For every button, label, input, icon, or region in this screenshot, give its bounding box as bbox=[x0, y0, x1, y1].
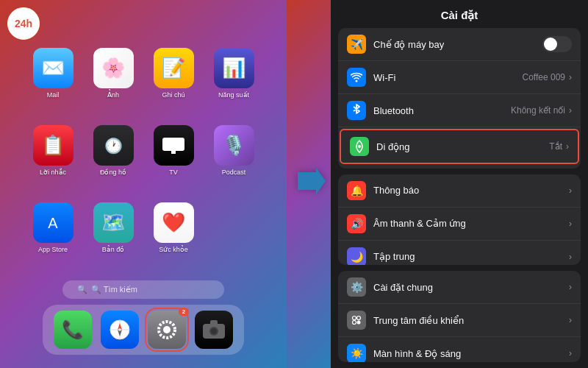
settings-item-bluetooth[interactable]: Bluetooth Không kết nối › bbox=[338, 94, 581, 127]
svg-point-9 bbox=[163, 326, 171, 333]
app-grid: ✉️ Mail 🌸 Ảnh 📝 Ghi chú 📊 Năng suất 📋 Lờ… bbox=[12, 7, 275, 277]
app-label-health: Sức khỏe bbox=[159, 246, 188, 253]
app-label-appstore: App Store bbox=[38, 246, 68, 253]
mobile-icon bbox=[350, 137, 369, 156]
app-tv[interactable]: TV bbox=[147, 125, 200, 192]
app-icon-notes: 📝 bbox=[154, 48, 194, 88]
app-icon-podcast: 🎙️ bbox=[214, 125, 254, 166]
focus-icon: 🌙 bbox=[347, 247, 366, 266]
airplane-toggle-knob bbox=[544, 38, 557, 51]
app-icon-nangsuat: 📊 bbox=[214, 48, 254, 88]
app-icon-tv bbox=[154, 125, 194, 166]
app-label-maps: Bản đồ bbox=[102, 246, 125, 253]
search-placeholder: 🔍 Tìm kiếm bbox=[91, 285, 137, 294]
app-health[interactable]: ❤️ Sức khỏe bbox=[147, 202, 200, 269]
bluetooth-icon bbox=[347, 101, 366, 120]
dock-phone[interactable]: 📞 bbox=[54, 311, 92, 349]
settings-item-wifi[interactable]: Wi-Fi Coffee 009 › bbox=[338, 61, 581, 94]
app-label-notes: Ghi chú bbox=[162, 91, 184, 99]
app-label-podcast: Podcast bbox=[222, 169, 246, 176]
general-chevron: › bbox=[569, 282, 572, 292]
sound-chevron: › bbox=[569, 219, 572, 229]
settings-panel: Cài đặt ✈️ Chế độ máy bay Wi-Fi Co bbox=[331, 0, 588, 368]
settings-item-mobile[interactable]: Di động Tắt › bbox=[340, 129, 579, 164]
svg-rect-1 bbox=[171, 151, 176, 154]
dock-camera[interactable] bbox=[195, 311, 233, 349]
wifi-value: Coffee 009 bbox=[523, 72, 566, 82]
app-icon-maps: 🗺️ bbox=[93, 202, 134, 243]
app-mail[interactable]: ✉️ Mail bbox=[26, 48, 79, 115]
general-icon: ⚙️ bbox=[347, 277, 366, 297]
airplane-label: Chế độ máy bay bbox=[373, 39, 539, 50]
display-chevron: › bbox=[569, 348, 572, 358]
airplane-toggle[interactable] bbox=[542, 36, 572, 52]
display-label: Màn hình & Độ sáng bbox=[373, 348, 569, 359]
notifications-label: Thông báo bbox=[373, 185, 569, 196]
app-empty bbox=[207, 202, 260, 269]
svg-rect-12 bbox=[210, 320, 218, 325]
notifications-chevron: › bbox=[569, 185, 572, 196]
settings-title: Cài đặt bbox=[331, 0, 588, 28]
app-podcast[interactable]: 🎙️ Podcast bbox=[207, 125, 260, 192]
search-icon: 🔍 bbox=[77, 285, 87, 294]
display-icon: ☀️ bbox=[347, 344, 366, 362]
app-maps[interactable]: 🗺️ Bản đồ bbox=[87, 202, 140, 269]
settings-item-notifications[interactable]: 🔔 Thông báo › bbox=[338, 174, 581, 208]
app-icon-health: ❤️ bbox=[154, 202, 194, 243]
direction-arrow bbox=[290, 166, 327, 202]
mobile-value: Tắt bbox=[549, 141, 562, 152]
general-label: Cài đặt chung bbox=[373, 282, 569, 293]
airplane-icon: ✈️ bbox=[347, 35, 366, 54]
svg-point-20 bbox=[353, 316, 356, 320]
controlcenter-label: Trung tâm điều khiển bbox=[373, 315, 569, 326]
bluetooth-chevron: › bbox=[569, 105, 572, 116]
svg-marker-15 bbox=[298, 168, 326, 194]
svg-point-23 bbox=[357, 321, 361, 325]
settings-item-general[interactable]: ⚙️ Cài đặt chung › bbox=[338, 271, 581, 304]
app-label-clock: Đồng hồ bbox=[100, 169, 126, 176]
app-reminders[interactable]: 📋 Lời nhắc bbox=[26, 125, 79, 192]
app-icon-mail: ✉️ bbox=[33, 48, 74, 88]
bluetooth-value: Không kết nối bbox=[511, 105, 565, 116]
search-bar[interactable]: 🔍 🔍 Tìm kiếm bbox=[62, 280, 224, 299]
wifi-chevron: › bbox=[569, 72, 572, 82]
mobile-chevron: › bbox=[566, 141, 569, 152]
app-label-reminders: Lời nhắc bbox=[40, 169, 66, 176]
wifi-icon bbox=[347, 68, 366, 87]
app-appstore[interactable]: A App Store bbox=[26, 202, 79, 269]
sound-icon: 🔊 bbox=[347, 214, 366, 233]
app-nangsuat[interactable]: 📊 Năng suất bbox=[207, 48, 260, 115]
app-label-mail: Mail bbox=[47, 91, 60, 99]
app-label-tv: TV bbox=[169, 169, 178, 176]
app-label-photos: Ảnh bbox=[107, 91, 119, 99]
settings-group-notifications: 🔔 Thông báo › 🔊 Âm thanh & Cảm ứng › 🌙 T… bbox=[338, 174, 581, 266]
svg-text:A: A bbox=[48, 215, 58, 231]
app-icon-photos: 🌸 bbox=[93, 48, 134, 88]
settings-badge: 2 bbox=[179, 308, 189, 316]
settings-item-display[interactable]: ☀️ Màn hình & Độ sáng › bbox=[338, 337, 581, 362]
settings-item-hotspot[interactable]: 🔗 Điểm truy cập cá nhân Tắt › bbox=[338, 166, 581, 169]
svg-point-16 bbox=[356, 80, 358, 82]
arrow-container bbox=[287, 0, 331, 368]
app-photos[interactable]: 🌸 Ảnh bbox=[87, 48, 140, 115]
app-notes[interactable]: 📝 Ghi chú bbox=[147, 48, 200, 115]
svg-point-17 bbox=[358, 145, 361, 148]
svg-point-21 bbox=[357, 316, 361, 320]
svg-rect-0 bbox=[162, 138, 184, 151]
app-icon-reminders: 📋 bbox=[33, 125, 74, 166]
sound-label: Âm thanh & Cảm ứng bbox=[373, 218, 569, 229]
dock-settings[interactable]: 2 bbox=[148, 311, 186, 349]
settings-item-controlcenter[interactable]: Trung tâm điều khiển › bbox=[338, 304, 581, 337]
settings-group-connectivity: ✈️ Chế độ máy bay Wi-Fi Coffee 009 › bbox=[338, 28, 581, 169]
focus-label: Tập trung bbox=[373, 251, 569, 262]
app-clock[interactable]: 🕐 Đồng hồ bbox=[87, 125, 140, 192]
notifications-icon: 🔔 bbox=[347, 181, 366, 200]
settings-item-sound[interactable]: 🔊 Âm thanh & Cảm ứng › bbox=[338, 208, 581, 241]
settings-item-focus[interactable]: 🌙 Tập trung › bbox=[338, 241, 581, 266]
controlcenter-icon bbox=[347, 311, 366, 330]
bluetooth-label: Bluetooth bbox=[373, 105, 511, 116]
settings-item-airplane[interactable]: ✈️ Chế độ máy bay bbox=[338, 28, 581, 61]
dock-safari[interactable] bbox=[101, 311, 139, 349]
controlcenter-chevron: › bbox=[569, 315, 572, 325]
app-icon-clock: 🕐 bbox=[93, 125, 134, 166]
